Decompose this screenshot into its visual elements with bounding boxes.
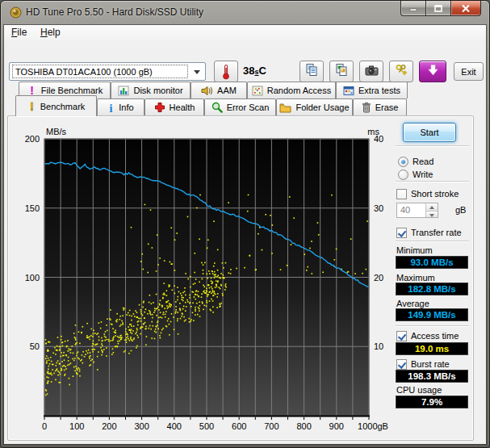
tab-label: Benchmark (40, 102, 86, 111)
tab-error-scan[interactable]: Error Scan (204, 98, 276, 115)
svg-text:i: i (110, 103, 113, 114)
minimize-button[interactable] (400, 1, 425, 16)
svg-text:30: 30 (374, 203, 383, 213)
svg-text:!: ! (30, 85, 34, 96)
caption-buttons (400, 1, 481, 16)
maximize-button[interactable] (425, 1, 451, 16)
svg-text:200: 200 (25, 134, 40, 144)
tab-label: Extra tests (358, 86, 400, 95)
svg-text:1000gB: 1000gB (358, 421, 388, 431)
copy-doc-icon (305, 63, 318, 80)
write-radio[interactable] (398, 170, 408, 180)
svg-text:800: 800 (296, 421, 311, 431)
tab-info[interactable]: iInfo (97, 98, 144, 115)
exit-button[interactable]: Exit (454, 62, 484, 81)
health-icon (154, 102, 165, 113)
svg-text:MB/s: MB/s (46, 127, 67, 136)
burst-rate-label: Burst rate (411, 359, 450, 369)
svg-text:10: 10 (374, 341, 383, 351)
tab-label: File Benchmark (41, 86, 103, 95)
tab-label: AAM (217, 86, 237, 95)
start-button[interactable]: Start (403, 123, 456, 142)
menu-bar: File Help (4, 25, 486, 40)
tab-erase[interactable]: Erase (353, 98, 407, 115)
app-icon (10, 6, 22, 19)
toolbar-button-copy[interactable] (299, 61, 324, 82)
transfer-rate-label: Transfer rate (411, 228, 462, 237)
short-stroke-checkbox[interactable] (396, 189, 407, 199)
svg-text:900: 900 (329, 421, 344, 431)
temperature-button[interactable] (214, 61, 238, 82)
menu-help[interactable]: Help (35, 26, 66, 40)
benchmark-page: MB/sms5010015020010203040010020030040050… (7, 115, 474, 441)
write-label: Write (413, 170, 433, 179)
toolbar: TOSHIBA DT01ACA100 (1000 gB) 38sC Exit (4, 40, 486, 77)
burst-rate-row: Burst rate (396, 358, 450, 370)
camera-icon (365, 65, 379, 79)
tab-aam[interactable]: AAM (191, 82, 247, 98)
separator (396, 145, 469, 147)
minimum-label: Minimum (396, 245, 433, 256)
tab-label: Erase (375, 103, 399, 112)
control-panel: Start Read Write Short stroke 40 (395, 116, 471, 439)
thermometer-icon (220, 64, 232, 80)
svg-text:40: 40 (374, 134, 383, 144)
svg-text:400: 400 (167, 421, 182, 431)
client-area: File Help TOSHIBA DT01ACA100 (1000 gB) 3… (4, 25, 486, 444)
svg-text:300: 300 (134, 421, 149, 431)
tab-health[interactable]: Health (144, 98, 204, 115)
toolbar-button-tools[interactable] (389, 61, 413, 82)
short-stroke-row: Short stroke (396, 188, 459, 199)
spin-up-icon[interactable] (426, 203, 438, 211)
svg-text:500: 500 (199, 421, 214, 431)
average-value: 149.9 MB/s (396, 308, 468, 321)
svg-text:700: 700 (264, 421, 279, 431)
tab-random-access[interactable]: Random Access (247, 82, 336, 98)
transfer-rate-checkbox[interactable] (396, 228, 407, 238)
svg-text:50: 50 (30, 341, 40, 351)
svg-text:150: 150 (25, 203, 40, 213)
read-radio-row: Read (398, 156, 433, 167)
extra-tests-icon (343, 86, 354, 96)
drive-selector[interactable]: TOSHIBA DT01ACA100 (1000 gB) (9, 62, 206, 81)
menu-file[interactable]: File (6, 26, 32, 40)
tab-label: Disk monitor (133, 86, 182, 95)
access-time-value: 19.0 ms (396, 342, 468, 355)
access-time-checkbox[interactable] (396, 331, 407, 341)
capacity-unit-label: gB (455, 205, 466, 215)
svg-text:!: ! (30, 100, 34, 112)
benchmark-chart: MB/sms5010015020010203040010020030040050… (8, 116, 394, 439)
tab-extra-tests[interactable]: Extra tests (336, 82, 408, 98)
transfer-rate-row: Transfer rate (396, 227, 462, 238)
toolbar-button-screenshot[interactable] (359, 61, 383, 82)
minimum-value: 93.0 MB/s (396, 256, 468, 269)
tab-label: Health (170, 103, 195, 112)
tab-disk-monitor[interactable]: Disk monitor (111, 82, 191, 98)
svg-text:200: 200 (102, 421, 116, 431)
capacity-spinner[interactable]: 40 (396, 203, 438, 218)
random-access-icon (252, 86, 263, 96)
access-time-row: Access time (396, 330, 459, 341)
close-button[interactable] (451, 1, 481, 16)
app-window: HD Tune Pro 5.50 - Hard Disk/SSD Utility… (0, 0, 490, 448)
folder-usage-icon (279, 103, 291, 113)
cpu-usage-value: 7.9% (396, 396, 468, 408)
burst-rate-checkbox[interactable] (396, 359, 407, 370)
separator (396, 181, 469, 182)
svg-text:100: 100 (25, 273, 40, 283)
read-radio[interactable] (398, 157, 408, 167)
tab-label: Info (119, 103, 133, 112)
copy-image-icon (335, 63, 348, 80)
tab-benchmark[interactable]: !Benchmark (15, 95, 97, 116)
tab-folder-usage[interactable]: Folder Usage (276, 98, 353, 115)
tools-icon (395, 64, 408, 79)
svg-text:0: 0 (42, 421, 47, 431)
toolbar-button-update[interactable] (419, 61, 446, 82)
write-radio-row: Write (398, 169, 433, 180)
burst-rate-value: 198.3 MB/s (396, 370, 468, 383)
svg-text:20: 20 (374, 273, 383, 283)
spin-down-icon[interactable] (426, 211, 438, 218)
toolbar-button-copy-image[interactable] (329, 61, 354, 82)
temperature-readout: 38sC (243, 65, 266, 77)
disk-monitor-icon (118, 86, 129, 96)
